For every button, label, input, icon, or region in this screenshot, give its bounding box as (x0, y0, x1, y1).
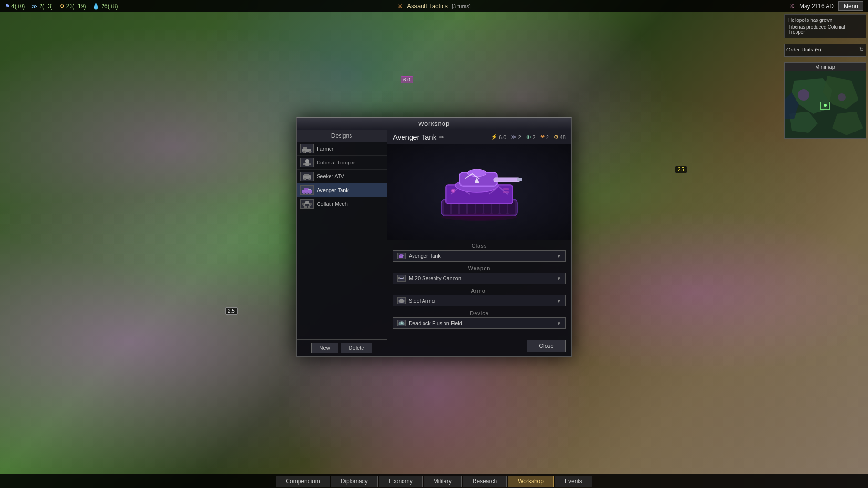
hp-icon: ❤ (540, 134, 545, 140)
weapon-icon (397, 275, 406, 282)
design-item-farmer[interactable]: Farmer (297, 142, 387, 156)
armor-label: Armor (393, 288, 566, 294)
designs-footer: New Delete (297, 339, 387, 356)
device-value: Deadlock Elusion Field (409, 320, 462, 326)
workshop-modal: Workshop Designs Farmer (296, 117, 572, 357)
modal-body: Designs Farmer Colonial Trooper (297, 130, 571, 356)
svg-rect-24 (308, 189, 311, 190)
svg-rect-15 (305, 163, 309, 166)
details-panel: Avenger Tank ✏ ⚡ 6.0 ≫ 2 👁 (387, 130, 571, 356)
class-value: Avenger Tank (409, 253, 441, 259)
cost-icon: ⚙ (554, 134, 558, 140)
svg-point-12 (303, 150, 306, 152)
svg-marker-69 (399, 299, 404, 303)
stat-attack: ≫ 2 (511, 134, 521, 140)
design-item-avenger-tank[interactable]: Avenger Tank (297, 183, 387, 197)
svg-rect-33 (302, 203, 304, 205)
svg-rect-67 (403, 277, 404, 279)
svg-point-14 (305, 159, 309, 163)
colonial-trooper-label: Colonial Trooper (317, 160, 355, 165)
device-select[interactable]: Deadlock Elusion Field ▼ (393, 317, 566, 329)
svg-rect-31 (304, 206, 307, 208)
tank-svg (427, 149, 532, 235)
svg-rect-32 (308, 206, 310, 208)
unit-name-label: Avenger Tank (393, 133, 436, 141)
device-label: Device (393, 310, 566, 316)
armor-icon (397, 297, 406, 304)
device-icon (397, 320, 406, 326)
svg-rect-34 (310, 203, 312, 205)
class-row: Class Avenger Tank ▼ (393, 243, 566, 262)
svg-point-25 (303, 192, 305, 194)
svg-point-26 (306, 192, 308, 194)
armor-select[interactable]: Steel Armor ▼ (393, 295, 566, 306)
stat-hp: ❤ 2 (540, 134, 549, 140)
armor-row: Armor Steel Armor ▼ (393, 288, 566, 306)
design-item-goliath-mech[interactable]: Goliath Mech (297, 197, 387, 211)
device-row: Device Deadlock Elusion Field ▼ (393, 310, 566, 329)
svg-rect-11 (303, 147, 307, 149)
stat-cost: ⚙ 48 (554, 134, 566, 140)
class-select[interactable]: Avenger Tank ▼ (393, 250, 566, 262)
edit-icon[interactable]: ✏ (439, 134, 444, 141)
svg-point-71 (401, 322, 403, 324)
avenger-tank-label: Avenger Tank (317, 187, 349, 193)
designs-panel: Designs Farmer Colonial Trooper (297, 130, 387, 356)
design-item-seeker-atv[interactable]: Seeker ATV (297, 170, 387, 183)
svg-rect-55 (494, 178, 520, 182)
armor-value: Steel Armor (409, 298, 436, 304)
svg-point-20 (304, 178, 306, 180)
svg-point-59 (452, 190, 454, 192)
svg-rect-60 (503, 188, 509, 190)
stat-movement: ⚡ 6.0 (491, 134, 506, 140)
weapon-dropdown-arrow: ▼ (557, 276, 561, 281)
svg-point-21 (309, 178, 311, 180)
modal-footer: Close (387, 336, 571, 356)
stat-sight: 👁 2 (526, 134, 536, 140)
weapon-label: Weapon (393, 265, 566, 271)
svg-rect-56 (517, 178, 522, 181)
svg-rect-68 (398, 277, 400, 279)
unit-preview (387, 144, 571, 240)
goliath-mech-label: Goliath Mech (317, 201, 348, 207)
farmer-label: Farmer (317, 146, 333, 152)
avenger-tank-icon (300, 185, 314, 195)
weapon-row: Weapon M-20 Serenity Cannon ▼ (393, 265, 566, 284)
close-button[interactable]: Close (527, 340, 566, 352)
movement-icon: ⚡ (491, 134, 497, 140)
attack-icon: ≫ (511, 134, 517, 140)
svg-rect-54 (470, 170, 484, 174)
svg-point-27 (309, 192, 311, 194)
svg-rect-28 (305, 201, 309, 204)
weapon-value: M-20 Serenity Cannon (409, 275, 461, 281)
colonial-trooper-icon (300, 158, 314, 167)
class-dropdown-arrow: ▼ (557, 254, 561, 259)
class-icon (397, 253, 406, 259)
delete-button[interactable]: Delete (341, 343, 372, 353)
class-label: Class (393, 243, 566, 249)
svg-rect-61 (503, 191, 509, 193)
design-item-colonial-trooper[interactable]: Colonial Trooper (297, 156, 387, 170)
svg-rect-16 (303, 163, 305, 165)
unit-title-bar: Avenger Tank ✏ ⚡ 6.0 ≫ 2 👁 (387, 130, 571, 144)
unit-stats: ⚡ 6.0 ≫ 2 👁 2 ❤ 2 (491, 134, 566, 140)
seeker-atv-icon (300, 172, 314, 181)
farmer-icon (300, 144, 314, 153)
unit-title: Avenger Tank ✏ (393, 133, 444, 141)
equipment-section: Class Avenger Tank ▼ (387, 240, 571, 336)
armor-dropdown-arrow: ▼ (557, 298, 561, 304)
seeker-atv-label: Seeker ATV (317, 173, 344, 179)
modal-title: Workshop (297, 118, 571, 130)
sight-icon: 👁 (526, 134, 531, 140)
svg-point-62 (441, 213, 517, 221)
svg-rect-17 (309, 163, 311, 165)
workshop-modal-overlay: Workshop Designs Farmer (0, 0, 868, 488)
svg-point-13 (309, 150, 311, 152)
weapon-select[interactable]: M-20 Serenity Cannon ▼ (393, 273, 566, 284)
goliath-mech-icon (300, 199, 314, 209)
new-button[interactable]: New (311, 343, 338, 353)
svg-rect-65 (402, 255, 404, 256)
device-dropdown-arrow: ▼ (557, 321, 561, 326)
svg-rect-19 (304, 174, 309, 176)
designs-header: Designs (297, 130, 387, 142)
